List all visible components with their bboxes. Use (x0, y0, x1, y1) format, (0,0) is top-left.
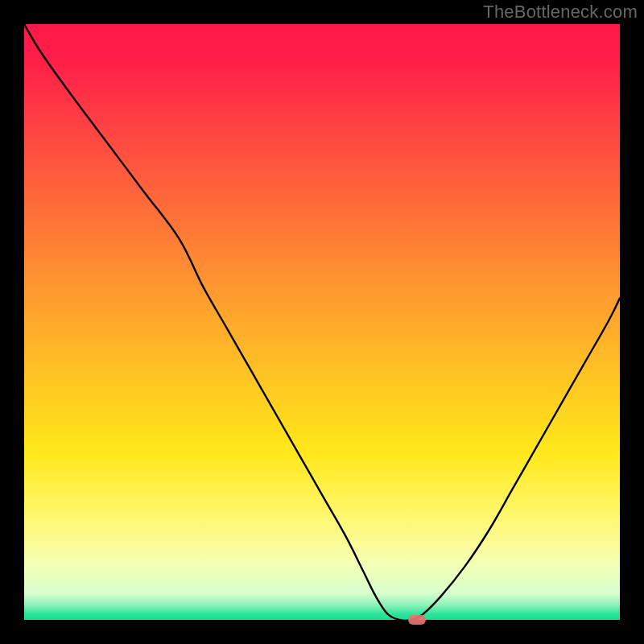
heatmap-background (24, 24, 620, 620)
optimal-marker (408, 615, 426, 625)
attribution-text: TheBottleneck.com (483, 2, 638, 23)
bottleneck-chart (24, 24, 620, 620)
plot-area (24, 24, 620, 620)
frame: TheBottleneck.com (0, 0, 644, 644)
